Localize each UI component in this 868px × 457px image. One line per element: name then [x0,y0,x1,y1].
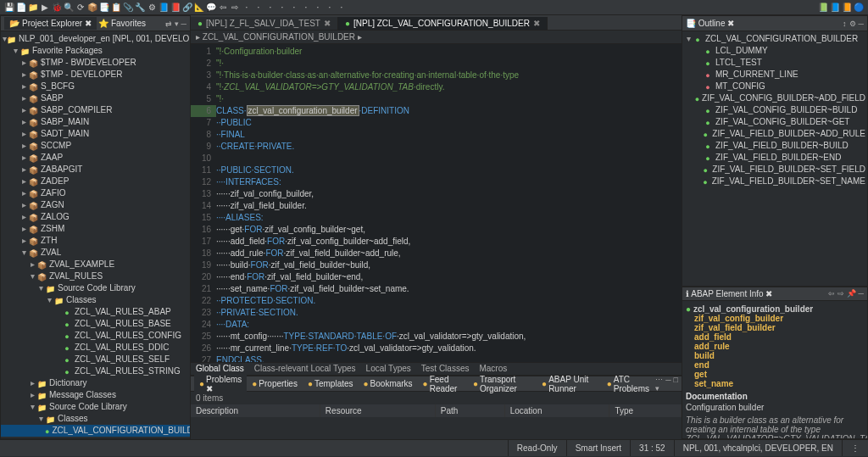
toolbar-icon[interactable]: 📐 [193,2,205,14]
code-line[interactable]: 25······mt_config·······TYPE·STANDARD·TA… [191,331,682,343]
close-icon[interactable]: ✖ [533,19,540,28]
code-line[interactable]: 18······add_rule·FOR·zif_val_field_build… [191,248,682,259]
sort-icon[interactable]: ↕ [843,20,847,28]
tree-item[interactable]: ▾📁Classes [1,294,190,306]
tab-element-info[interactable]: ℹ ABAP Element Info ✖ [686,289,772,298]
minimize-icon[interactable]: ─ [859,20,864,28]
problems-table[interactable]: DescriptionResourcePathLocationType [191,404,682,417]
toolbar-icon[interactable]: ⟳ [75,2,86,14]
tree-item[interactable]: ●ZCL_VAL_RULES_CONFIG [1,330,190,342]
code-line[interactable]: 3"!·This·is·a·builder·class·as·an·altern… [191,70,682,81]
outline-item[interactable]: ●LCL_DUMMY [682,45,867,57]
maximize-icon[interactable]: □ [674,376,678,393]
toolbar-icon[interactable]: 🔍 [63,2,75,14]
code-line[interactable]: 24····DATA: [191,319,682,331]
tree-item[interactable]: ▸📦SCCMP [1,140,190,152]
tree-item[interactable]: ▸📦ZALOG [1,211,190,223]
code-line[interactable]: 21······set_name·FOR·zif_val_field_build… [191,283,682,295]
ei-member[interactable]: zif_val_field_builder [686,323,864,332]
code-line[interactable]: 27ENDCLASS. [191,354,682,362]
minimize-icon[interactable]: ─ [665,376,670,393]
ei-member[interactable]: end [686,360,864,370]
outline-item[interactable]: ●ZIF_VAL_FIELD_BUILDER~SET_FIELD [682,164,867,176]
toolbar-icon[interactable]: · [336,2,348,14]
code-line[interactable]: 9··CREATE·PRIVATE. [191,141,682,153]
tree-item[interactable]: ▸📁Message Classes [1,389,190,401]
toolbar-icon[interactable]: · [276,2,288,14]
code-line[interactable]: 19······build·FOR·zif_val_field_builder~… [191,259,682,271]
tree-item[interactable]: ●ZCL_VAL_RULES_DDIC [1,342,190,354]
tree-item[interactable]: ●ZCL_VAL_CONFIGURATION_BUILDER [1,425,190,437]
perspective-icon[interactable]: 📙 [841,2,853,14]
view-menu-icon[interactable]: ▾ [175,20,179,28]
toolbar-icon[interactable]: ⚙ [146,2,158,14]
back-icon[interactable]: ⇦ [828,289,835,298]
code-line[interactable]: 22··PROTECTED·SECTION. [191,295,682,307]
problems-tab[interactable]: ●Bookmarks [359,377,418,390]
outline-item[interactable]: ●LTCL_TEST [682,57,867,69]
outline-item[interactable]: ●ZIF_VAL_CONFIG_BUILDER~ADD_FIELD [682,92,867,104]
toolbar-icon[interactable]: · [324,2,336,14]
code-line[interactable]: 12····INTERFACES: [191,176,682,188]
problems-col[interactable]: Type [609,404,682,417]
toolbar-icon[interactable]: · [300,2,312,14]
toolbar-icon[interactable]: 🔧 [134,2,146,14]
ei-member[interactable]: set_name [686,379,864,388]
close-icon[interactable]: ✖ [324,19,331,28]
tree-item[interactable]: ▾📦ZVAL [1,247,190,259]
tree-item[interactable]: ▸📦ZABAPGIT [1,164,190,176]
code-line[interactable]: 23··PRIVATE·SECTION. [191,307,682,319]
tree-item[interactable]: ▾📦ZVAL_RULES [1,270,190,282]
tree-item[interactable]: ▸📦ZADEP [1,176,190,187]
code-line[interactable]: 14······zif_val_field_builder. [191,200,682,212]
link-editor-icon[interactable]: ⇄ [165,20,172,28]
tree-item[interactable]: ▸📦ZAFIO [1,187,190,199]
toolbar-icon[interactable]: 📁 [27,2,39,14]
code-line[interactable]: 7··PUBLIC [191,117,682,129]
toolbar-icon[interactable]: 📎 [122,2,134,14]
problems-col[interactable]: Description [191,404,320,417]
ei-member[interactable]: add_field [686,332,864,342]
tree-item[interactable]: ●ZCL_VAL_MODE [1,437,190,438]
editor-tab[interactable]: ●[NPL] Z_FL_SALV_IDA_TEST✖ [191,17,338,30]
tree-item[interactable]: ▾●ZCL_VAL_CONFIGURATION_BUILDER [682,33,867,45]
code-line[interactable]: 13······zif_val_config_builder, [191,188,682,200]
project-tree[interactable]: ▾📁NLP_001_developer_en [NPL, 001, DEVELO… [1,31,190,438]
toolbar-icon[interactable]: · [241,2,253,14]
code-line[interactable]: 6CLASS·zcl_val_configuration_builder·DEF… [191,105,682,117]
outline-item[interactable]: ●ZIF_VAL_CONFIG_BUILDER~GET [682,116,867,128]
outline-item[interactable]: ●ZIF_VAL_FIELD_BUILDER~SET_NAME [682,176,867,187]
ei-member[interactable]: zif_val_config_builder [686,314,864,323]
toolbar-icon[interactable]: 📑 [98,2,110,14]
tree-item[interactable]: ▸📦ZVAL_EXAMPLE [1,259,190,270]
tree-item[interactable]: ▾📁Classes [1,413,190,425]
perspective-icon[interactable]: 📗 [817,2,829,14]
tree-item[interactable]: ●ZCL_VAL_RULES_ABAP [1,306,190,318]
toolbar-icon[interactable]: 📄 [15,2,27,14]
tree-item[interactable]: ▸📦S_BCFG [1,81,190,92]
code-line[interactable]: 11··PUBLIC·SECTION. [191,164,682,176]
tree-item[interactable]: ▸📦$TMP - DEVELOPER [1,69,190,81]
toolbar-icon[interactable]: · [312,2,324,14]
filter-icon[interactable]: ⚙ [849,20,856,28]
outline-item[interactable]: ●MT_CONFIG [682,81,867,92]
fwd-icon[interactable]: ⇨ [837,289,844,298]
code-line[interactable]: 8··FINAL [191,129,682,141]
code-line[interactable]: 1"!·Configuration·builder [191,46,682,58]
toolbar-icon[interactable]: · [253,2,264,14]
tab-outline[interactable]: 📑 Outline ✖ [686,19,734,28]
outline-item[interactable]: ●MR_CURRENT_LINE [682,69,867,81]
minimize-icon[interactable]: ─ [859,289,864,298]
toolbar-icon[interactable]: ⇨ [229,2,241,14]
tab-project-explorer[interactable]: 📂 Project Explorer ✖ [4,17,97,30]
toolbar-icon[interactable]: ⇦ [217,2,229,14]
code-line[interactable]: 15····ALIASES: [191,212,682,224]
problems-tab[interactable]: ●Properties [247,377,303,390]
toolbar-icon[interactable]: 🐞 [51,2,63,14]
tree-item[interactable]: ▸📦ZSHM [1,223,190,235]
perspective-icon[interactable]: 📘 [829,2,841,14]
code-line[interactable]: 10 [191,153,682,164]
code-line[interactable]: 5"!· [191,93,682,105]
toolbar-icon[interactable]: 📘 [158,2,170,14]
breadcrumb[interactable]: ▸ ZCL_VAL_CONFIGURATION_BUILDER ▸ [191,31,682,44]
